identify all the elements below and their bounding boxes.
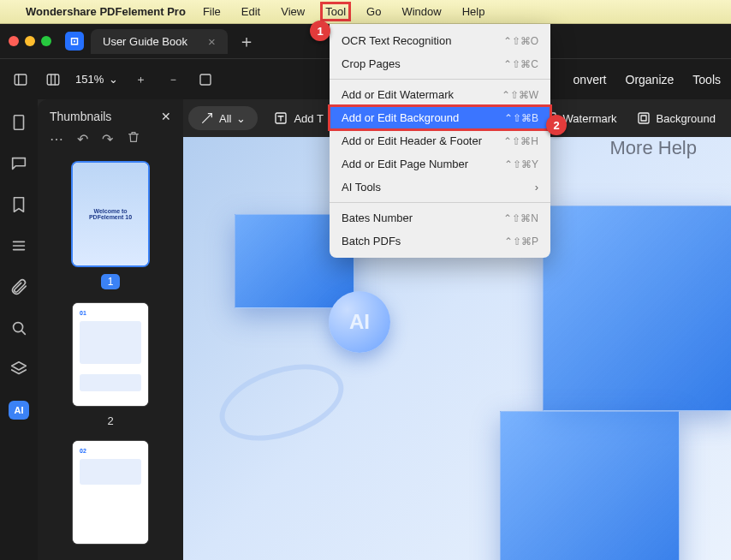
comment-icon[interactable] [9, 154, 28, 173]
close-window-icon[interactable] [9, 36, 19, 46]
text-icon [273, 110, 288, 126]
tool-menu-dropdown: OCR Text Recognition⌃⇧⌘OCrop Pages⌃⇧⌘CAd… [330, 24, 550, 258]
document-tab[interactable]: User Guide Book × [91, 29, 228, 54]
toolbar-convert[interactable]: onvert [574, 73, 607, 86]
thumbnail-page-3[interactable]: 02 [73, 441, 148, 544]
page-icon[interactable] [9, 113, 28, 132]
zoom-in-icon[interactable]: ＋ [130, 69, 151, 90]
app-logo-icon: ⊡ [65, 32, 84, 51]
sidebar-left-icon[interactable] [10, 69, 31, 90]
attachment-icon[interactable] [9, 277, 28, 296]
svg-rect-9 [641, 116, 646, 121]
close-icon[interactable]: ✕ [161, 110, 171, 123]
more-help-text: More Help [610, 137, 697, 159]
svg-rect-0 [15, 74, 27, 85]
window-controls [9, 36, 51, 46]
more-icon[interactable]: ⋯ [50, 131, 63, 147]
svg-rect-8 [639, 113, 649, 123]
chevron-down-icon: ⌄ [236, 112, 246, 125]
page-badge-1: 1 [101, 274, 121, 289]
new-tab-button[interactable]: ＋ [238, 30, 255, 53]
thumbnail-page-1[interactable]: Welcome to PDFelement 10 [73, 163, 148, 265]
maximize-window-icon[interactable] [41, 36, 51, 46]
toolbar-organize[interactable]: Organize [626, 73, 675, 86]
rotate-left-icon[interactable]: ↶ [77, 131, 88, 147]
bookmark-icon[interactable] [9, 195, 28, 214]
menu-item-add-or-edit-page-number[interactable]: Add or Edit Page Number⌃⇧⌘Y [330, 152, 550, 176]
menu-item-ocr-text-recognition[interactable]: OCR Text Recognition⌃⇧⌘O [330, 29, 550, 52]
chevron-right-icon: › [535, 181, 538, 194]
menu-go[interactable]: Go [363, 3, 384, 20]
menu-item-batch-pdfs[interactable]: Batch PDFs⌃⇧⌘P [330, 229, 550, 253]
add-text-button[interactable]: Add T [273, 110, 323, 126]
ai-disc-icon: AI [329, 291, 390, 353]
thumbnail-page-2[interactable]: 01 [73, 303, 148, 406]
menu-item-add-or-edit-header-footer[interactable]: Add or Edit Header & Footer⌃⇧⌘H [330, 129, 550, 152]
menu-help[interactable]: Help [459, 3, 489, 20]
rotate-right-icon[interactable]: ↷ [102, 131, 113, 147]
menu-window[interactable]: Window [398, 3, 444, 20]
callout-1: 1 [310, 21, 330, 41]
page-number-2: 2 [50, 414, 171, 427]
thumbnails-panel: Thumbnails ✕ ⋯ ↶ ↷ Welcome to PDFelement… [38, 99, 183, 560]
menu-item-add-or-edit-watermark[interactable]: Add or Edit Watermark⌃⇧⌘W [330, 83, 550, 106]
sidebar-both-icon[interactable] [43, 69, 63, 90]
decorative-glass [500, 411, 680, 560]
zoom-value: 151% [75, 73, 104, 86]
search-icon[interactable] [9, 319, 28, 337]
ai-rail-button[interactable]: AI [9, 401, 29, 420]
svg-rect-10 [15, 116, 24, 130]
thumbnails-title: Thumbnails [50, 110, 111, 123]
chevron-down-icon: ⌄ [109, 73, 118, 86]
menu-tool[interactable]: Tool [322, 3, 349, 20]
background-button[interactable]: Background [636, 110, 716, 126]
menu-item-add-or-edit-background[interactable]: Add or Edit Background⌃⇧⌘B [330, 106, 550, 129]
menu-item-crop-pages[interactable]: Crop Pages⌃⇧⌘C [330, 52, 550, 75]
close-tab-icon[interactable]: × [208, 34, 216, 49]
app-name: Wondershare PDFelement Pro [26, 5, 186, 18]
tab-title: User Guide Book [103, 35, 187, 48]
toolbar-tools[interactable]: Tools [692, 73, 721, 86]
layers-icon[interactable] [9, 360, 28, 378]
decorative-glass [543, 206, 731, 411]
list-icon[interactable] [9, 236, 28, 255]
zoom-control[interactable]: 151% ⌄ [75, 73, 118, 86]
menu-item-ai-tools[interactable]: AI Tools› [330, 176, 550, 199]
menu-item-bates-number[interactable]: Bates Number⌃⇧⌘N [330, 206, 550, 229]
trash-icon[interactable] [127, 130, 140, 147]
all-tools-pill[interactable]: All ⌄ [188, 106, 258, 130]
minimize-window-icon[interactable] [25, 36, 35, 46]
fit-page-icon[interactable] [195, 69, 216, 90]
zoom-out-icon[interactable]: － [163, 69, 183, 90]
svg-line-15 [21, 331, 25, 334]
mac-menubar: Wondershare PDFelement Pro File Edit Vie… [0, 0, 731, 24]
callout-2: 2 [546, 115, 567, 135]
left-rail: AI [0, 99, 38, 560]
menu-edit[interactable]: Edit [238, 3, 264, 20]
svg-rect-2 [47, 74, 59, 85]
menu-file[interactable]: File [199, 3, 224, 20]
decorative-ring [210, 350, 353, 455]
background-icon [636, 110, 651, 126]
menu-view[interactable]: View [277, 3, 308, 20]
wand-icon [200, 111, 214, 125]
svg-rect-5 [200, 74, 211, 85]
